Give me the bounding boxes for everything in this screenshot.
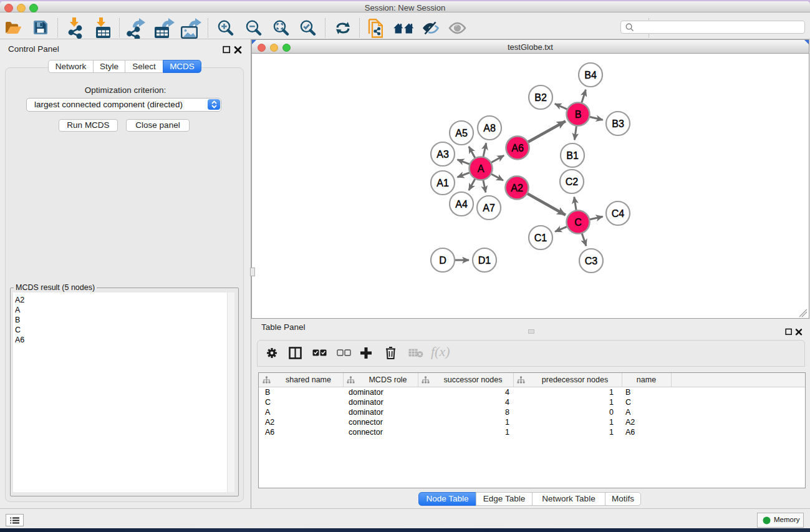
svg-text:A2: A2 — [511, 183, 523, 193]
svg-text:A1: A1 — [436, 178, 449, 188]
svg-text:A4: A4 — [455, 199, 468, 210]
svg-text:C3: C3 — [585, 256, 598, 266]
svg-text:B4: B4 — [584, 70, 597, 80]
svg-text:B2: B2 — [534, 92, 547, 103]
svg-text:A5: A5 — [455, 128, 468, 138]
svg-text:C1: C1 — [534, 233, 547, 243]
svg-text:B: B — [575, 109, 582, 120]
svg-text:A3: A3 — [436, 149, 449, 160]
svg-text:C: C — [574, 217, 582, 228]
svg-text:B1: B1 — [566, 150, 579, 161]
svg-text:A6: A6 — [511, 143, 524, 153]
svg-text:A8: A8 — [483, 123, 496, 133]
svg-text:C4: C4 — [612, 208, 625, 219]
svg-text:C2: C2 — [566, 177, 579, 187]
svg-text:D1: D1 — [478, 255, 491, 266]
svg-text:A7: A7 — [483, 203, 495, 213]
svg-text:A: A — [478, 163, 485, 174]
svg-text:D: D — [439, 255, 446, 266]
svg-text:B3: B3 — [612, 118, 624, 129]
